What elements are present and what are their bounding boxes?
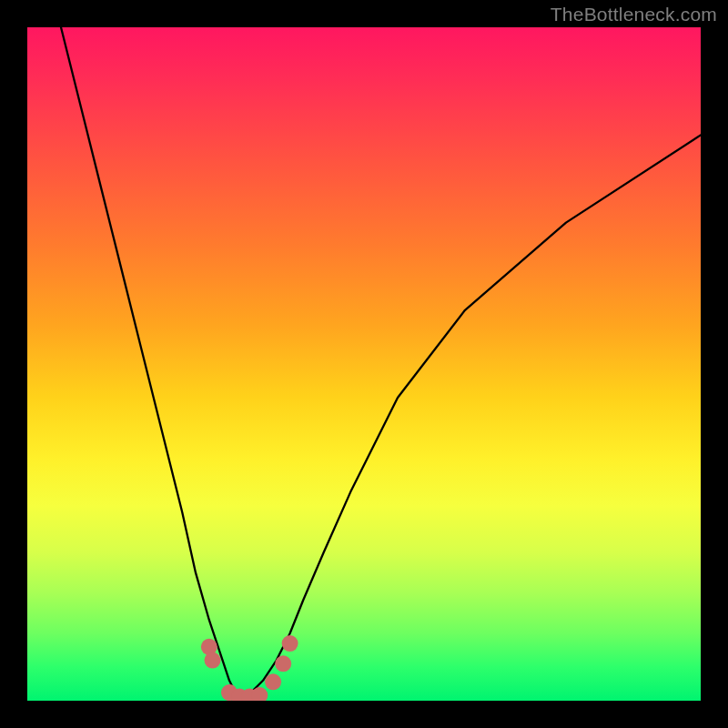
bottom-dot (205, 652, 221, 669)
bottom-dot (265, 673, 281, 690)
chart-frame: TheBottleneck.com (0, 0, 728, 728)
bottleneck-curve (61, 27, 701, 701)
plot-area (27, 27, 701, 701)
curve-layer (27, 27, 701, 701)
bottom-dot (275, 655, 291, 672)
bottom-dot (282, 635, 298, 652)
watermark-text: TheBottleneck.com (551, 4, 717, 25)
bottom-dots-group (201, 635, 298, 701)
